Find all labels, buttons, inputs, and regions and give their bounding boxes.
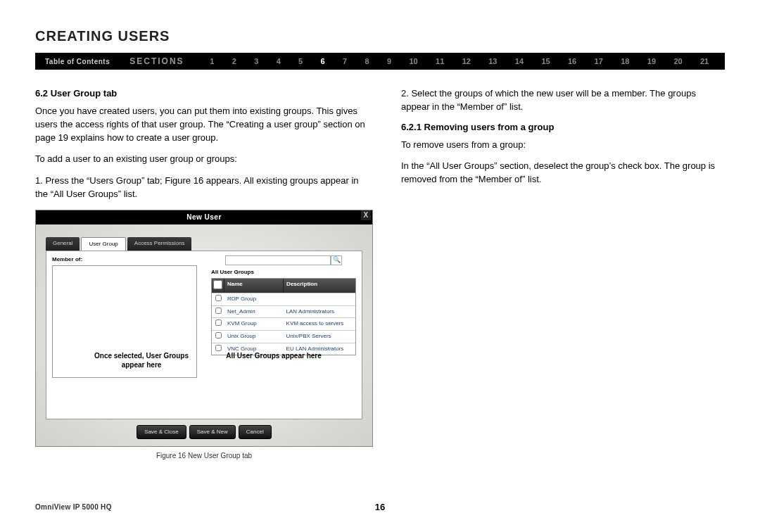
table-row[interactable]: RDP Group [212,293,355,305]
save-new-button[interactable]: Save & New [189,425,236,439]
section-link-8[interactable]: 8 [365,57,369,65]
member-of-label: Member of: [52,255,197,264]
page-number: 16 [375,502,385,512]
search-input[interactable] [225,255,331,265]
tab-general[interactable]: General [46,237,80,251]
figure-16: New User X General User Group Access Per… [35,210,373,447]
section-link-17[interactable]: 17 [595,57,603,65]
row-name: RDP Group [224,293,284,305]
section-link-5[interactable]: 5 [298,57,303,65]
groups-table: Name Description RDP GroupNet_AdminLAN A… [211,278,356,356]
section-link-7[interactable]: 7 [343,57,347,65]
section-link-20[interactable]: 20 [673,57,682,65]
header-name: Name [224,279,284,293]
cancel-button[interactable]: Cancel [239,425,272,439]
row-name: KVM Group [224,318,284,330]
section-link-6[interactable]: 6 [321,57,325,65]
callout-member-of: Once selected, User Groups appear here [85,351,198,369]
section-link-13[interactable]: 13 [488,57,497,65]
section-link-9[interactable]: 9 [387,57,391,65]
search-icon[interactable]: 🔍 [331,255,342,265]
section-link-12[interactable]: 12 [462,57,471,65]
row-description: KVM access to servers [284,318,355,330]
row-description: LAN Administrators [284,306,355,318]
section-link-15[interactable]: 15 [541,57,550,65]
heading-6-2: 6.2 User Group tab [35,87,373,101]
section-link-21[interactable]: 21 [700,57,709,65]
row-checkbox[interactable] [212,318,224,330]
callout-all-groups: All User Groups appear here [217,351,330,360]
all-user-groups-label: All User Groups [211,268,356,277]
row-description [284,293,355,305]
header-checkbox[interactable] [212,279,224,293]
section-link-16[interactable]: 16 [568,57,576,65]
section-link-11[interactable]: 11 [436,57,444,65]
paragraph: Once you have created users, you can put… [35,105,373,145]
heading-6-2-1: 6.2.1 Removing users from a group [401,121,725,134]
paragraph: To add a user to an existing user group … [35,153,373,166]
tab-access-permissions[interactable]: Access Permissions [127,237,192,251]
section-nav: Table of Contents SECTIONS 1234567891011… [35,53,725,70]
dialog-title-text: New User [186,213,222,221]
header-description: Description [284,279,355,293]
row-description: Unix/PBX Servers [284,331,355,343]
toc-link[interactable]: Table of Contents [35,58,120,65]
row-name: Net_Admin [224,306,284,318]
section-link-3[interactable]: 3 [254,57,258,65]
section-link-19[interactable]: 19 [647,57,656,65]
section-link-14[interactable]: 14 [515,57,524,65]
save-close-button[interactable]: Save & Close [137,425,186,439]
row-checkbox[interactable] [212,331,224,343]
table-row[interactable]: KVM GroupKVM access to servers [212,317,355,330]
figure-caption: Figure 16 New User Group tab [35,451,373,462]
section-link-10[interactable]: 10 [409,57,417,65]
step-1: 1. Press the “Users Group” tab; Figure 1… [35,175,373,201]
table-row[interactable]: Net_AdminLAN Administrators [212,305,355,318]
right-column: 2. Select the groups of which the new us… [401,87,725,461]
left-column: 6.2 User Group tab Once you have created… [35,87,373,461]
sections-label: SECTIONS [120,56,194,66]
section-link-4[interactable]: 4 [277,57,281,65]
dialog-title: New User X [36,210,372,225]
paragraph: In the “All User Groups” section, desele… [401,160,725,186]
row-name: Unix Group [224,331,284,343]
section-link-2[interactable]: 2 [232,57,236,65]
paragraph: To remove users from a group: [401,139,725,152]
tab-user-group[interactable]: User Group [81,237,125,251]
row-checkbox[interactable] [212,293,224,305]
row-checkbox[interactable] [212,306,224,318]
page-title: CREATING USERS [35,28,725,44]
step-2: 2. Select the groups of which the new us… [401,87,725,114]
close-icon[interactable]: X [361,210,371,220]
table-row[interactable]: Unix GroupUnix/PBX Servers [212,330,355,343]
product-name: OmniView IP 5000 HQ [35,503,112,511]
section-link-18[interactable]: 18 [621,57,629,65]
section-link-1[interactable]: 1 [210,57,214,65]
